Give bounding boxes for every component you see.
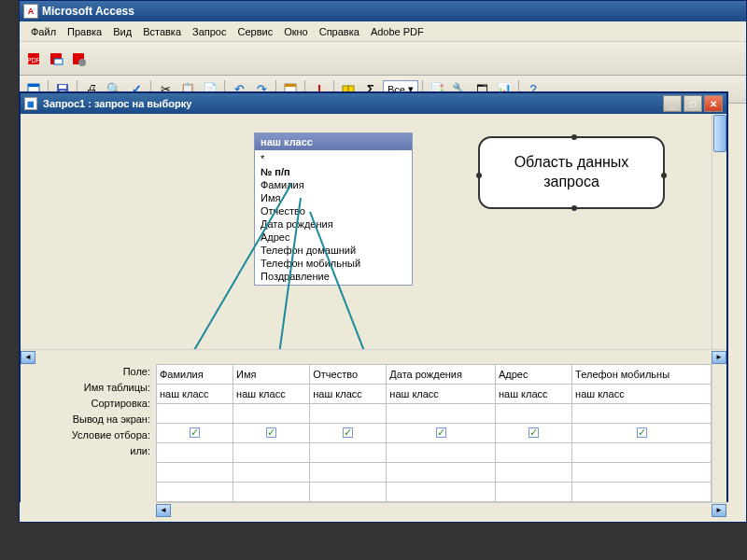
- qbe-cell[interactable]: наш класс: [310, 385, 387, 404]
- field-birthdate[interactable]: Дата рождения: [255, 217, 412, 231]
- menu-bar: Файл Правка Вид Вставка Запрос Сервис Ок…: [20, 21, 746, 42]
- field-mobilephone[interactable]: Телефон мобильный: [255, 257, 412, 270]
- qbe-cell[interactable]: наш класс: [157, 385, 233, 404]
- pdf-icon[interactable]: PDF: [23, 49, 44, 69]
- label-criteria: Условие отбора:: [21, 427, 156, 443]
- pdf-settings-icon[interactable]: [68, 49, 89, 69]
- field-pk[interactable]: № п/п: [255, 165, 412, 178]
- scroll-left-icon[interactable]: ◄: [156, 504, 171, 517]
- qbe-field-row: Фамилия Имя Отчество Дата рождения Адрес…: [157, 365, 712, 385]
- close-button[interactable]: ✕: [704, 95, 723, 112]
- qbe-vscroll[interactable]: [712, 364, 726, 502]
- qbe-cell[interactable]: [157, 404, 233, 424]
- qbe-show-check[interactable]: [572, 424, 712, 443]
- qbe-cell[interactable]: Имя: [233, 365, 310, 385]
- svg-point-5: [78, 59, 86, 66]
- app-icon: A: [23, 4, 38, 19]
- field-address[interactable]: Адрес: [255, 231, 412, 244]
- menu-file[interactable]: Файл: [25, 24, 62, 39]
- title-bar: A Microsoft Access: [20, 1, 746, 21]
- svg-rect-12: [285, 84, 296, 87]
- query-data-area[interactable]: наш класс * № п/п Фамилия Имя Отчество Д…: [21, 114, 726, 349]
- scroll-left-icon[interactable]: ◄: [21, 351, 35, 364]
- qbe-cell[interactable]: Адрес: [496, 365, 572, 385]
- field-homephone[interactable]: Телефон домашний: [255, 244, 412, 257]
- qbe-show-check[interactable]: [310, 424, 387, 443]
- query-title-bar: ▦ Запрос1 : запрос на выборку _ □ ✕: [21, 93, 726, 114]
- svg-rect-9: [59, 85, 66, 89]
- qbe-show-check[interactable]: [496, 424, 572, 443]
- qbe-tablename-row: наш класс наш класс наш класс наш класс …: [157, 385, 712, 404]
- svg-text:PDF: PDF: [27, 57, 40, 63]
- menu-service[interactable]: Сервис: [232, 24, 278, 39]
- data-area-hscroll[interactable]: ◄ ►: [21, 349, 726, 364]
- menu-window[interactable]: Окно: [278, 24, 314, 39]
- pdf-mail-icon[interactable]: [46, 49, 66, 69]
- field-congrats[interactable]: Поздравление: [255, 270, 412, 283]
- toolbar-adobe: PDF: [20, 42, 746, 76]
- svg-rect-7: [28, 84, 39, 87]
- qbe-row-labels: Поле: Имя таблицы: Сортировка: Вывод на …: [21, 364, 156, 502]
- qbe-grid: Поле: Имя таблицы: Сортировка: Вывод на …: [21, 364, 726, 502]
- label-show: Вывод на экран:: [21, 412, 156, 427]
- table-box-title: наш класс: [255, 133, 412, 150]
- qbe-cell[interactable]: Фамилия: [157, 365, 233, 385]
- qbe-cell[interactable]: наш класс: [233, 385, 310, 404]
- svg-rect-3: [54, 59, 63, 64]
- field-name[interactable]: Имя: [255, 191, 412, 204]
- query-title: Запрос1 : запрос на выборку: [43, 98, 661, 109]
- qbe-cell[interactable]: наш класс: [496, 385, 572, 404]
- scroll-right-icon[interactable]: ►: [712, 504, 726, 517]
- qbe-show-row: [157, 424, 712, 443]
- menu-insert[interactable]: Вставка: [137, 24, 187, 39]
- field-patronymic[interactable]: Отчество: [255, 204, 412, 217]
- menu-adobe[interactable]: Adobe PDF: [365, 24, 430, 39]
- qbe-sort-row: [157, 404, 712, 424]
- menu-query[interactable]: Запрос: [187, 24, 232, 39]
- field-list: * № п/п Фамилия Имя Отчество Дата рожден…: [255, 150, 412, 285]
- qbe-show-check[interactable]: [387, 424, 496, 443]
- menu-help[interactable]: Справка: [314, 24, 365, 39]
- qbe-or-row: [157, 463, 712, 483]
- minimize-button[interactable]: _: [663, 95, 682, 112]
- menu-edit[interactable]: Правка: [62, 24, 107, 39]
- label-table: Имя таблицы:: [21, 380, 156, 396]
- qbe-criteria-row: [157, 443, 712, 463]
- scroll-right-icon[interactable]: ►: [712, 351, 726, 364]
- qbe-show-check[interactable]: [157, 424, 233, 443]
- label-or: или:: [21, 443, 156, 459]
- source-table-box[interactable]: наш класс * № п/п Фамилия Имя Отчество Д…: [254, 133, 413, 286]
- app-title: Microsoft Access: [42, 5, 134, 18]
- qbe-cell[interactable]: Отчество: [310, 365, 387, 385]
- data-area-vscroll[interactable]: [712, 114, 726, 349]
- label-field: Поле:: [21, 364, 156, 380]
- menu-view[interactable]: Вид: [107, 24, 137, 39]
- field-surname[interactable]: Фамилия: [255, 178, 412, 191]
- qbe-show-check[interactable]: [233, 424, 310, 443]
- qbe-cell[interactable]: Дата рождения: [387, 365, 496, 385]
- field-all[interactable]: *: [255, 152, 412, 165]
- qbe-cell[interactable]: Телефон мобильны: [572, 365, 712, 385]
- qbe-cell[interactable]: наш класс: [572, 385, 712, 404]
- data-area-callout: Область данных запроса: [478, 136, 665, 209]
- query-design-window: ▦ Запрос1 : запрос на выборку _ □ ✕ наш …: [19, 91, 728, 502]
- qbe-hscroll[interactable]: ◄ ►: [156, 502, 726, 517]
- qbe-cell[interactable]: наш класс: [387, 385, 496, 404]
- maximize-button[interactable]: □: [684, 95, 702, 112]
- qbe-table[interactable]: Фамилия Имя Отчество Дата рождения Адрес…: [156, 364, 712, 502]
- label-sort: Сортировка:: [21, 396, 156, 412]
- query-icon: ▦: [24, 97, 37, 110]
